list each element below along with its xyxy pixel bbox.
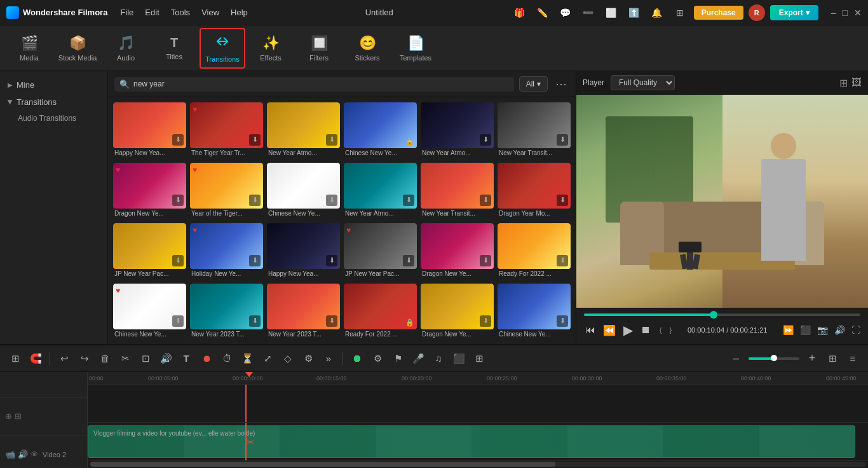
magnet-button[interactable]: 🧲 [27,350,44,368]
volume-icon[interactable]: 🔊 [834,325,845,335]
download-icon[interactable]: ⬇ [172,255,184,266]
redo-button[interactable]: ↪ [76,350,93,368]
grid-item-14[interactable]: ♥ ⬇ Holiday New Ye... [190,223,263,280]
grid-item-30[interactable]: ⬇ ... [498,344,571,345]
audio-button[interactable]: 🔊 [157,350,175,368]
download-icon[interactable]: ⬇ [326,134,337,146]
grid-item-10[interactable]: ⬇ New Year Atmo... [344,163,417,219]
grid-item-4[interactable]: 🔒 Chinese New Ye... [344,102,417,159]
video-clip[interactable]: Vlogger filming a video for youtube (ev.… [88,425,855,458]
forward-icon[interactable]: ⏩ [783,325,794,335]
more-options-button[interactable]: ⋯ [553,77,569,91]
win-minimize-button[interactable]: – [831,8,836,18]
grid-item-3[interactable]: ⬇ New Year Atmo... [267,102,340,159]
timer2-button[interactable]: ⏳ [238,350,256,368]
grid-item-11[interactable]: ⬇ New Year Transit... [421,163,494,219]
progress-bar[interactable] [584,313,860,316]
menu-tools[interactable]: Tools [171,8,190,17]
tool-effects[interactable]: ✨ Effects [248,28,294,69]
grid-item-20[interactable]: ⬇ New Year 2023 T... [190,284,263,340]
grid-item-5[interactable]: ⬇ New Year Atmo... [421,102,494,159]
chat-icon[interactable]: 💬 [557,4,574,22]
menu-file[interactable]: File [120,8,133,17]
grid-item-21[interactable]: ⬇ New Year 2023 T... [267,284,340,340]
quality-select[interactable]: Full Quality Half Quality [611,75,675,90]
grid-item-7[interactable]: ♥ ⬇ Dragon New Ye... [113,163,186,219]
win-close-button[interactable]: ✕ [854,8,862,18]
text-button[interactable]: T [177,350,195,368]
transform-button[interactable]: ⤢ [259,350,276,368]
grid-item-2[interactable]: ♥ ⬇ The Tiger Year Tr... [190,102,263,159]
upload-icon[interactable]: ⬆️ [625,4,643,22]
expand-icon[interactable]: ⬜ [602,4,620,22]
grid-item-17[interactable]: ⬇ Dragon New Ye... [421,223,494,280]
grid-item-22[interactable]: 🔒 Ready For 2022 ... [344,284,417,340]
cut-button[interactable]: ✂ [116,350,134,368]
mic-button[interactable]: 🎤 [409,350,427,368]
sidebar-item-mine[interactable]: ▶ Mine [0,76,107,93]
tool-titles[interactable]: T Titles [151,28,197,69]
grid-item-23[interactable]: ⬇ Dragon New Ye... [421,284,494,340]
apps-icon[interactable]: ⊞ [671,4,689,22]
download-icon[interactable]: ⬇ [249,134,261,146]
tool-stock-media[interactable]: 📦 Stock Media [55,28,100,69]
track-add-icon[interactable]: ⊕ [5,411,12,421]
track-settings2-icon[interactable]: ⊞ [15,411,22,421]
download-icon[interactable]: ⬇ [249,315,261,327]
download-icon[interactable]: ⬇ [403,195,414,206]
grid-item-26[interactable]: ♥ ⬇ ... [190,344,263,345]
split-view-button[interactable]: ⊞ [6,350,24,368]
menu-edit[interactable]: Edit [145,8,159,17]
download-icon[interactable]: ⬇ [480,195,491,206]
skip-back-button[interactable]: ⏮ [584,323,597,337]
grid-view-icon[interactable]: ⊞ [839,77,848,89]
grid-item-19[interactable]: ♥ ⬇ Chinese New Ye... [113,284,186,340]
sidebar-item-transitions[interactable]: ▶ Transitions [0,93,107,111]
download-icon[interactable]: ⬇ [326,195,337,206]
grid-item-1[interactable]: ♥ ⬇ Happy New Yea... [113,102,186,159]
track-eye-icon[interactable]: 👁 [31,450,39,459]
overflow-button[interactable]: ≡ [844,350,862,368]
gift-icon[interactable]: 🎁 [511,4,529,22]
download-icon[interactable]: ⬇ [172,134,184,146]
grid-item-9[interactable]: ⬇ Chinese New Ye... [267,163,340,219]
undo-button[interactable]: ↩ [55,350,73,368]
tool-stickers[interactable]: 😊 Stickers [344,28,390,69]
download-icon[interactable]: ⬇ [326,255,337,266]
grid-item-12[interactable]: ⬇ Dragon Year Mo... [498,163,571,219]
grid-item-25[interactable]: ⬇ ... [113,344,186,345]
download-icon[interactable]: ⬇ [172,315,184,327]
grid-item-15[interactable]: ⬇ Happy New Yea... [267,223,340,280]
download-icon[interactable]: ⬇ [326,315,337,327]
layout-icon[interactable]: ⬛ [800,325,811,335]
download-icon[interactable]: ⬇ [172,195,184,206]
filter-button[interactable]: All ▾ [519,76,548,92]
timer-button[interactable]: ⏱ [218,350,236,368]
zoom-slider[interactable] [749,357,799,360]
download-icon[interactable]: ⬇ [557,134,568,146]
edit2-button[interactable]: ◇ [279,350,297,368]
tool-audio[interactable]: 🎵 Audio [103,28,149,69]
record-button[interactable]: ⏺ [198,350,215,368]
download-icon[interactable]: ⬇ [480,134,491,146]
more-tl-button[interactable]: » [320,350,337,368]
track-cam-icon[interactable]: 📹 [5,450,15,459]
grid-item-6[interactable]: ⬇ New Year Transit... [498,102,571,159]
grid-item-28[interactable]: ⬇ ... [344,344,417,345]
win-maximize-button[interactable]: □ [843,8,848,18]
tool-media[interactable]: 🎬 Media [6,28,52,69]
notify-icon[interactable]: 🔔 [648,4,666,22]
purchase-button[interactable]: Purchase [694,6,743,20]
zoom-in-button[interactable]: + [803,350,821,368]
columns-button[interactable]: ⊞ [824,350,841,368]
fullscreen-icon[interactable]: ⛶ [851,325,860,335]
crop-button[interactable]: ⊡ [137,350,154,368]
minimize-icon[interactable]: ➖ [580,4,597,22]
download-icon[interactable]: ⬇ [249,195,261,206]
download-icon[interactable]: ⬇ [480,255,491,266]
download-icon[interactable]: ⬇ [403,255,414,266]
bookmark-button[interactable]: ⚑ [389,350,407,368]
grid-item-8[interactable]: ♥ ⬇ Year of the Tiger... [190,163,263,219]
sidebar-item-audio-transitions[interactable]: Audio Transitions [0,111,107,126]
tool-templates[interactable]: 📄 Templates [393,28,438,69]
